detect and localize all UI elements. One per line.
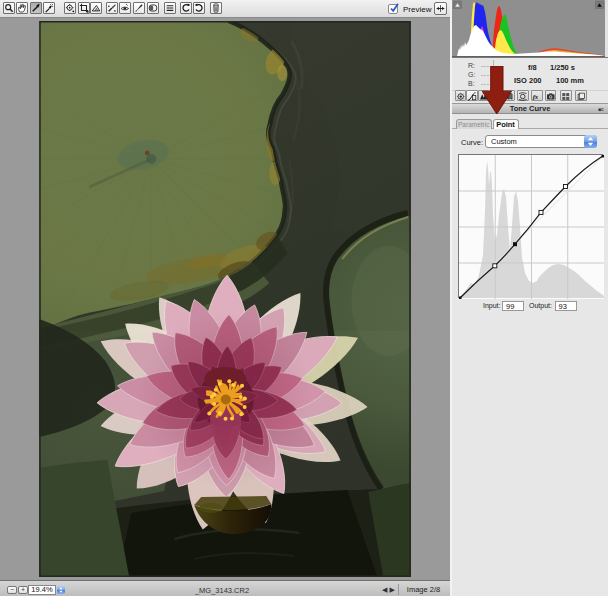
svg-text:fx: fx <box>533 93 539 100</box>
